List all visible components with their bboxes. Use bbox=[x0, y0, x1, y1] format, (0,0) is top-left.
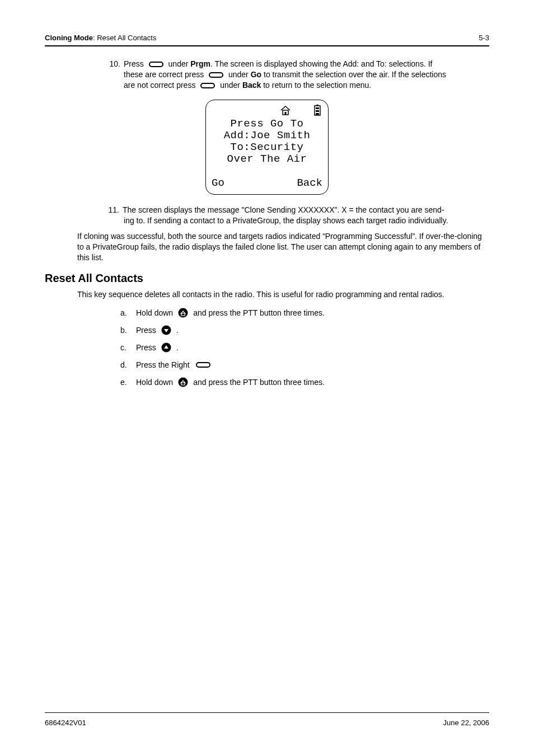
step-10-line1: Press under Prgm. The screen is displaye… bbox=[124, 59, 489, 69]
text: under bbox=[228, 70, 251, 79]
screen-softkey-left: Go bbox=[212, 176, 224, 191]
svg-rect-12 bbox=[316, 113, 319, 115]
header-left-bold: Cloning Mode bbox=[45, 34, 93, 42]
step-11: 11. The screen displays the message "Clo… bbox=[104, 205, 489, 226]
svg-point-13 bbox=[179, 308, 188, 318]
down-arrow-button-icon bbox=[161, 325, 171, 335]
text: under bbox=[220, 81, 242, 90]
text: Press bbox=[136, 342, 156, 353]
battery-icon bbox=[313, 105, 321, 119]
header-left-rest: : Reset All Contacts bbox=[93, 34, 156, 42]
svg-rect-7 bbox=[285, 112, 287, 115]
text: . The screen is displayed showing the Ad… bbox=[210, 59, 432, 68]
text: under bbox=[168, 59, 191, 68]
step-11-number: 11. bbox=[104, 205, 123, 215]
bold-back: Back bbox=[242, 81, 261, 90]
footer-doc-number: 6864242V01 bbox=[45, 719, 86, 727]
svg-rect-11 bbox=[316, 110, 319, 112]
svg-rect-1 bbox=[150, 63, 162, 66]
footer-date: June 22, 2006 bbox=[443, 719, 489, 727]
softkey-icon bbox=[200, 82, 216, 89]
text: are not correct press bbox=[124, 81, 198, 90]
screen-line-4: Over The Air bbox=[210, 153, 324, 165]
substep-b: b. Press . bbox=[120, 325, 489, 336]
header-page-number: 5-3 bbox=[479, 34, 489, 42]
substep-c: c. Press . bbox=[120, 342, 489, 353]
screen-softkey-right: Back bbox=[297, 176, 322, 191]
screen-line-2: Add:Joe Smith bbox=[210, 130, 324, 142]
footer-rule bbox=[45, 712, 489, 713]
svg-rect-3 bbox=[210, 73, 222, 77]
svg-point-21 bbox=[179, 378, 188, 387]
text: to return to the selection menu. bbox=[261, 81, 371, 90]
step-11-line1: The screen displays the message "Clone S… bbox=[123, 205, 489, 215]
svg-rect-10 bbox=[316, 107, 319, 109]
step-10: 10. Press under Prgm. The screen is disp… bbox=[104, 59, 489, 91]
screen-line-1: Press Go To bbox=[210, 118, 324, 130]
text: and press the PTT button three times. bbox=[193, 377, 325, 388]
sub-steps: a. Hold down and press the PTT button th… bbox=[120, 308, 489, 387]
substep-a: a. Hold down and press the PTT button th… bbox=[120, 308, 489, 318]
screen-line-3: To:Security bbox=[210, 142, 324, 153]
page-header: Cloning Mode: Reset All Contacts 5-3 bbox=[45, 34, 489, 45]
step-10-line2: these are correct press under Go to tran… bbox=[124, 69, 489, 80]
heading-reset-all-contacts: Reset All Contacts bbox=[45, 271, 489, 286]
text: and press the PTT button three times. bbox=[193, 308, 325, 318]
radio-screen: Press Go To Add:Joe Smith To:Security Ov… bbox=[45, 100, 489, 195]
header-left: Cloning Mode: Reset All Contacts bbox=[45, 34, 156, 42]
step-11-line2: ing to. If sending a contact to a Privat… bbox=[124, 215, 489, 226]
softkey-icon bbox=[148, 61, 164, 68]
substep-d-label: d. bbox=[120, 360, 133, 370]
substep-b-label: b. bbox=[120, 325, 133, 336]
softkey-icon bbox=[208, 72, 224, 78]
up-arrow-button-icon bbox=[161, 342, 171, 353]
text: these are correct press bbox=[124, 70, 206, 79]
softkey-icon bbox=[195, 361, 211, 368]
page-footer: 6864242V01 June 22, 2006 bbox=[45, 712, 489, 727]
home-button-icon bbox=[178, 308, 188, 318]
text: Hold down bbox=[136, 377, 173, 388]
text: Press bbox=[136, 325, 156, 336]
paragraph-cloning-result: If cloning was successful, both the sour… bbox=[77, 231, 489, 263]
substep-e-label: e. bbox=[120, 377, 133, 388]
substep-d: d. Press the Right bbox=[120, 360, 489, 370]
text: Press bbox=[124, 59, 146, 68]
bold-prgm: Prgm bbox=[190, 59, 210, 68]
home-icon bbox=[280, 105, 291, 118]
substep-c-label: c. bbox=[120, 342, 133, 353]
text: . bbox=[176, 342, 179, 353]
header-rule bbox=[45, 45, 489, 46]
bold-go: Go bbox=[251, 70, 261, 79]
text: . bbox=[176, 325, 179, 336]
step-10-number: 10. bbox=[104, 59, 124, 69]
substep-e: e. Hold down and press the PTT button th… bbox=[120, 377, 489, 388]
svg-rect-5 bbox=[202, 84, 214, 87]
text: Hold down bbox=[136, 308, 173, 318]
text: Press the Right bbox=[136, 360, 190, 370]
step-10-line3: are not correct press under Back to retu… bbox=[124, 80, 489, 91]
text: to transmit the selection over the air. … bbox=[261, 70, 446, 79]
home-button-icon bbox=[178, 377, 188, 387]
substep-a-label: a. bbox=[120, 308, 133, 318]
svg-rect-20 bbox=[197, 363, 209, 367]
paragraph-reset-desc: This key sequence deletes all contacts i… bbox=[77, 289, 489, 300]
